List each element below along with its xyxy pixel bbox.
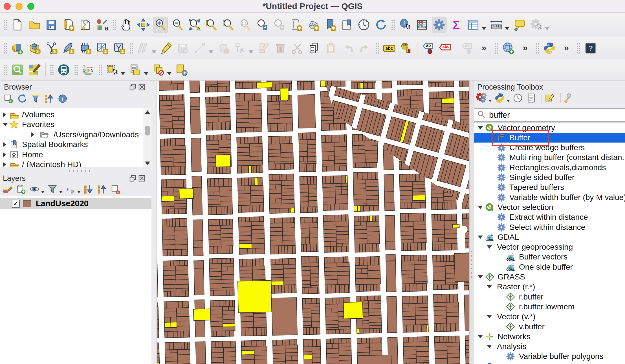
pan-map-button[interactable] xyxy=(119,17,133,33)
chevron-down-icon[interactable] xyxy=(487,245,492,249)
toolbar-drag-handle[interactable] xyxy=(576,42,580,54)
toolbar-drag-handle[interactable] xyxy=(50,64,54,76)
vertex-tool-button-dropdown[interactable] xyxy=(249,50,253,54)
paste-features-button[interactable] xyxy=(324,40,338,56)
label-toolbar-overflow-button[interactable]: » xyxy=(477,40,491,56)
chevron-down-icon[interactable] xyxy=(487,315,492,318)
chevron-right-icon[interactable] xyxy=(31,132,34,137)
algorithm-vector-selection[interactable]: Vector selection xyxy=(474,202,625,212)
algorithm-vector-geoprocessing[interactable]: Vector geoprocessing xyxy=(474,242,625,252)
browser-float-button[interactable] xyxy=(129,83,137,91)
algorithm-create-wedge-buffers[interactable]: Create wedge buffers xyxy=(474,143,625,153)
zoom-next-button[interactable] xyxy=(272,17,286,33)
zoom-full-button[interactable] xyxy=(188,17,202,33)
osm-place-search-button[interactable] xyxy=(10,62,25,78)
select-features-button-dropdown[interactable] xyxy=(121,72,125,75)
pin-labels-button[interactable]: ab xyxy=(421,40,435,56)
digitize-with-segment-button[interactable] xyxy=(193,40,207,56)
browser-refresh-button[interactable] xyxy=(16,93,28,104)
toolbar-drag-handle[interactable] xyxy=(375,42,379,54)
browser-close-button[interactable] xyxy=(138,83,146,91)
zoom-in-button[interactable] xyxy=(153,17,168,33)
zoom-native-button[interactable]: 1:1 xyxy=(238,17,252,33)
deselect-features-button[interactable] xyxy=(151,62,166,78)
identify-features-button[interactable]: i xyxy=(398,17,412,33)
processing-search-box[interactable] xyxy=(474,108,625,122)
algorithm-saga[interactable]: SAGA xyxy=(474,361,625,364)
add-group-button[interactable] xyxy=(15,184,27,195)
browser-item--users-vigna-downloads[interactable]: /Users/vigna/Downloads xyxy=(0,130,151,139)
processing-toolbox-button[interactable] xyxy=(432,17,446,33)
algorithm-variable-width-buffer-by-m-value-[interactable]: Variable width buffer (by M value) xyxy=(474,192,625,202)
algorithm-raster-r-[interactable]: Raster (r.*) xyxy=(474,282,625,292)
algorithm-tapered-buffers[interactable]: Tapered buffers xyxy=(474,183,625,192)
chevron-right-icon[interactable] xyxy=(3,152,6,157)
plugins-toolbar-overflow-button[interactable]: » xyxy=(559,40,573,56)
algorithm-r-buffer-lowmem[interactable]: r.buffer.lowmem xyxy=(474,302,625,312)
browser-item-spatial-bookmarks[interactable]: Spatial Bookmarks xyxy=(0,140,151,150)
remove-layer-button[interactable] xyxy=(110,184,121,195)
browser-collapse-all-button[interactable] xyxy=(43,93,55,104)
new-project-button[interactable] xyxy=(10,17,25,33)
browser-item-favorites[interactable]: Favorites xyxy=(0,120,151,130)
manage-map-themes-button[interactable] xyxy=(29,184,40,195)
new-3d-map-view-button[interactable] xyxy=(306,17,320,33)
current-edits-button-dropdown[interactable] xyxy=(152,50,156,54)
chevron-down-icon[interactable] xyxy=(3,123,8,126)
show-layout-manager-button[interactable] xyxy=(78,17,92,33)
panel-splitter-horizontal[interactable] xyxy=(0,169,157,172)
measure-button[interactable] xyxy=(489,17,503,33)
edit-features-in-place-button[interactable] xyxy=(544,92,556,104)
current-edits-button[interactable] xyxy=(136,40,150,56)
filter-legend-button[interactable] xyxy=(47,184,58,195)
new-print-layout-button[interactable] xyxy=(61,17,75,33)
save-layer-edits-button[interactable] xyxy=(176,40,190,56)
map-canvas[interactable] xyxy=(157,81,470,364)
algorithm-multi-ring-buffer-constant-distan-[interactable]: Multi-ring buffer (constant distan.. xyxy=(474,153,625,163)
algorithm-extract-within-distance[interactable]: Extract within distance xyxy=(474,212,625,222)
select-features-button[interactable] xyxy=(105,62,119,78)
chevron-down-icon[interactable] xyxy=(478,275,483,279)
gtfs-plugin-button[interactable]: GTFS xyxy=(81,62,95,78)
algorithm-vector-geometry[interactable]: Vector geometry xyxy=(474,123,625,133)
digitize-with-segment-button-dropdown[interactable] xyxy=(209,50,213,54)
algorithm-r-buffer[interactable]: r.buffer xyxy=(474,292,625,302)
new-mesh-layer-button[interactable] xyxy=(78,40,92,56)
new-spatial-bookmark-button[interactable] xyxy=(323,17,337,33)
toolbar-drag-handle[interactable] xyxy=(98,64,102,76)
layer-visibility-checkbox[interactable]: ✓ xyxy=(12,200,20,208)
open-attribute-table-button-dropdown[interactable] xyxy=(482,27,486,30)
select-by-location-button[interactable] xyxy=(175,62,189,78)
new-geopackage-layer-button[interactable] xyxy=(27,40,41,56)
results-viewer-button[interactable] xyxy=(526,92,537,104)
open-project-button[interactable] xyxy=(27,17,41,33)
toolbar-drag-handle[interactable] xyxy=(3,19,7,31)
run-feature-action-button[interactable] xyxy=(529,17,543,33)
browser-item--macintosh-hd-[interactable]: / (Macintosh HD) xyxy=(0,160,151,168)
filter-by-expression-button-dropdown[interactable] xyxy=(77,191,81,193)
layers-close-button[interactable] xyxy=(138,175,146,182)
data-source-manager-button[interactable] xyxy=(10,40,25,56)
measure-button-dropdown[interactable] xyxy=(505,27,509,30)
chevron-right-icon[interactable] xyxy=(3,142,6,147)
chevron-down-icon[interactable] xyxy=(478,126,483,130)
algorithm-grass[interactable]: GRASS xyxy=(474,272,625,282)
algorithm-vector-v-[interactable]: Vector (v.*) xyxy=(474,312,625,322)
browser-add-layer-button[interactable] xyxy=(3,93,14,104)
search-input[interactable] xyxy=(488,110,614,120)
toolbar-drag-handle[interactable] xyxy=(3,64,7,76)
chevron-right-icon[interactable] xyxy=(3,112,6,117)
layer-name[interactable]: LandUse2020 xyxy=(36,199,89,208)
chevron-right-icon[interactable] xyxy=(3,162,6,167)
transit-plugin-button[interactable] xyxy=(57,62,71,78)
filter-by-expression-button[interactable]: ε xyxy=(65,184,76,195)
new-map-view-button[interactable] xyxy=(289,17,303,33)
redo-button[interactable] xyxy=(358,40,372,56)
temporal-controller-button[interactable] xyxy=(357,17,371,33)
expand-all-button[interactable] xyxy=(83,184,94,195)
style-manager-button[interactable]: a xyxy=(95,17,109,33)
algorithm-rectangles-ovals-diamonds[interactable]: Rectangles,ovals,diamonds xyxy=(474,163,625,172)
deselect-features-button-dropdown[interactable] xyxy=(167,72,171,75)
move-label-button[interactable]: ab xyxy=(460,40,474,56)
algorithm-variable-buffer-polygons[interactable]: Variable buffer polygons xyxy=(474,352,625,361)
